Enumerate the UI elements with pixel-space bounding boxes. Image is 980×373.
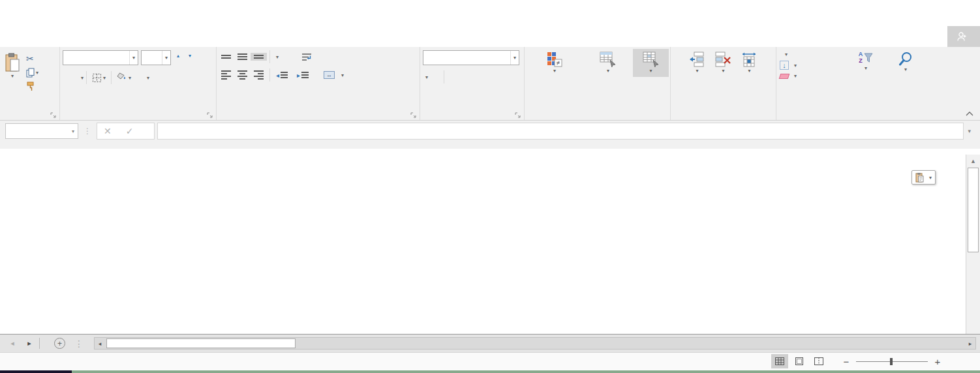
format-cells-caret-icon: ▾ — [748, 68, 750, 74]
formula-bar-drag-handle[interactable]: ⋮ — [84, 127, 91, 136]
middle-align-button[interactable] — [234, 52, 251, 62]
sheet-tab-divider — [39, 338, 40, 349]
close-button[interactable]: ✕ — [950, 0, 980, 26]
sort-filter-button[interactable]: AZ ▾ — [846, 49, 886, 74]
scroll-right-arrow[interactable]: ▸ — [965, 340, 975, 347]
maximize-button[interactable] — [920, 0, 950, 26]
font-size-select[interactable]: ▾ — [141, 50, 171, 65]
zoom-slider[interactable] — [856, 361, 928, 362]
scroll-left-arrow[interactable]: ◂ — [95, 340, 105, 347]
bottom-align-button[interactable] — [251, 53, 267, 61]
comma-style-button[interactable] — [436, 75, 441, 79]
number-format-select[interactable]: ▾ — [423, 50, 519, 65]
undo-icon: ↶ — [36, 8, 45, 19]
delete-cells-icon — [715, 52, 732, 67]
customize-qat-button[interactable]: ▾ — [81, 9, 84, 17]
horizontal-scrollbar[interactable]: ◂ ▸ — [94, 337, 976, 350]
top-align-button[interactable] — [218, 53, 234, 61]
increase-indent-button[interactable]: ▸ — [294, 70, 314, 81]
align-right-button[interactable] — [251, 68, 267, 82]
normal-view-button[interactable] — [771, 354, 788, 368]
formula-input[interactable] — [157, 123, 964, 140]
paste-button[interactable]: ▾ — [1, 49, 23, 82]
italic-button[interactable] — [68, 76, 74, 79]
vertical-scrollbar[interactable]: ▲ — [966, 155, 980, 334]
zoom-slider-thumb[interactable] — [890, 358, 893, 365]
tabbar-splitter-handle[interactable]: ⋮ — [74, 338, 84, 349]
fill-handle[interactable] — [0, 169, 3, 173]
percent-style-button[interactable] — [431, 75, 436, 79]
autosum-button[interactable]: ▾ — [778, 51, 846, 58]
decrease-font-size-button[interactable]: ▾ — [185, 52, 194, 64]
clipboard-dialog-launcher[interactable] — [50, 112, 56, 118]
cell-styles-button[interactable]: ▾ — [633, 49, 669, 77]
font-name-select[interactable]: ▾ — [63, 50, 138, 65]
number-dialog-launcher[interactable] — [515, 112, 521, 118]
cell-styles-caret-icon: ▾ — [650, 68, 652, 74]
fill-color-caret-icon: ▾ — [129, 75, 131, 81]
font-dialog-launcher[interactable] — [207, 112, 213, 118]
conditional-formatting-button[interactable]: ≠ ▾ — [526, 49, 583, 77]
paste-icon — [5, 53, 20, 72]
page-break-preview-button[interactable] — [810, 354, 827, 368]
ribbon-display-options-button[interactable] — [860, 0, 890, 26]
decrease-indent-button[interactable]: ◂ — [273, 70, 294, 81]
alignment-group: ▾ ◂ ▸ ↔ ▾ — [217, 47, 420, 120]
tell-me-box[interactable] — [0, 26, 31, 47]
wrap-text-button[interactable] — [299, 52, 318, 63]
cut-button[interactable]: ✂ — [23, 52, 41, 66]
collapse-ribbon-button[interactable] — [966, 112, 973, 116]
align-left-button[interactable] — [218, 68, 234, 82]
accounting-format-button[interactable]: ▾ — [421, 72, 431, 82]
undo-button[interactable]: ↶▾ — [36, 8, 49, 19]
clear-button[interactable]: ▾ — [778, 72, 846, 80]
insert-cells-button[interactable]: ▾ — [686, 49, 709, 77]
borders-button[interactable]: ▾ — [89, 71, 108, 85]
find-select-button[interactable]: ▾ — [886, 49, 925, 76]
scroll-up-arrow[interactable]: ▲ — [966, 155, 980, 167]
align-center-button[interactable] — [234, 68, 251, 82]
zoom-in-button[interactable]: + — [933, 356, 942, 367]
expand-formula-bar-button[interactable]: ▾ — [964, 128, 975, 134]
format-as-table-caret-icon: ▾ — [607, 68, 609, 74]
new-sheet-button[interactable]: + — [54, 338, 65, 349]
bottom-align-icon — [254, 55, 264, 59]
desktop-strip-green — [72, 370, 980, 373]
save-button[interactable] — [17, 8, 27, 18]
cancel-entry-button[interactable]: ✕ — [104, 126, 112, 136]
delete-cells-button[interactable]: ▾ — [712, 49, 735, 77]
vertical-scrollbar-thumb[interactable] — [968, 168, 979, 252]
name-box[interactable]: ▾ — [5, 123, 78, 139]
page-layout-view-button[interactable] — [791, 354, 808, 368]
format-as-table-button[interactable]: ▾ — [585, 49, 632, 77]
fill-color-button[interactable]: ▾ — [114, 70, 134, 85]
confirm-entry-button[interactable]: ✓ — [126, 126, 134, 136]
share-button[interactable] — [947, 26, 980, 47]
zoom-out-button[interactable]: − — [842, 356, 851, 367]
borders-caret-icon: ▾ — [103, 75, 106, 81]
formula-bar: ▾ ⋮ ✕ ✓ ▾ — [0, 121, 980, 149]
increase-font-size-button[interactable]: ▴ — [174, 51, 183, 65]
alignment-dialog-launcher[interactable] — [410, 112, 416, 118]
format-painter-button[interactable] — [23, 80, 41, 93]
font-color-button[interactable]: ▾ — [134, 73, 152, 83]
bold-button[interactable] — [61, 76, 68, 79]
page-break-preview-icon — [814, 357, 823, 365]
delete-cells-caret-icon: ▾ — [722, 68, 724, 74]
editing-group: ▾ ↓▾ ▾ AZ ▾ ▾ — [776, 47, 926, 120]
clear-caret-icon: ▾ — [794, 73, 797, 79]
copy-button[interactable]: ▾ — [23, 66, 41, 80]
merge-center-button[interactable]: ↔ ▾ — [321, 70, 346, 80]
sheet-nav-left-arrow[interactable]: ◂ — [4, 335, 21, 352]
sheet-nav-right-arrow[interactable]: ▸ — [21, 335, 38, 352]
format-cells-button[interactable]: ▾ — [738, 49, 761, 77]
redo-button[interactable]: ↷▾ — [58, 8, 71, 19]
paste-options-button[interactable]: ▾ — [911, 170, 936, 185]
minimize-button[interactable]: ─ — [890, 0, 920, 26]
horizontal-scrollbar-thumb[interactable] — [106, 338, 296, 348]
underline-button[interactable] — [74, 76, 81, 79]
orientation-button[interactable]: ▾ — [273, 52, 282, 62]
cells-group: ▾ ▾ ▾ — [671, 47, 776, 120]
save-icon — [17, 8, 27, 18]
fill-button[interactable]: ↓▾ — [778, 60, 846, 70]
